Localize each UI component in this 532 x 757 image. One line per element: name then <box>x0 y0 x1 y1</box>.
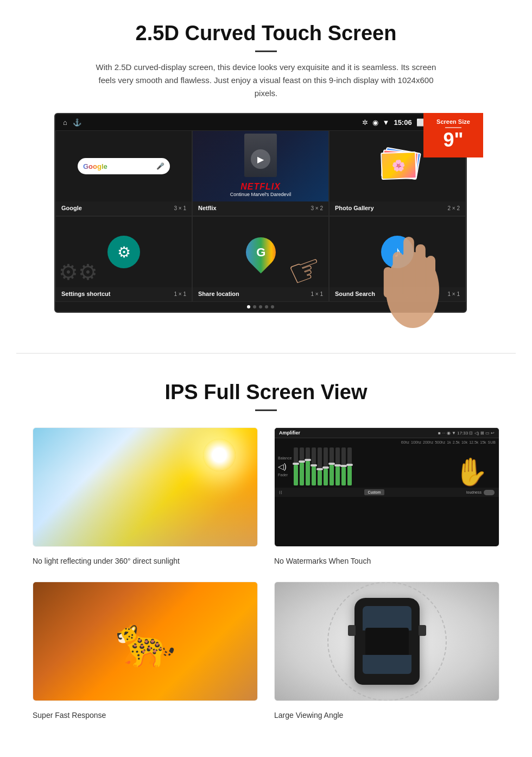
photo-card-3: 🌸 <box>381 152 417 180</box>
eq-bar-1 <box>294 447 298 485</box>
settings-label-row: Settings shortcut 1 × 1 <box>56 287 192 301</box>
freq-label-8: 12.5k <box>469 440 478 444</box>
svg-rect-4 <box>426 256 435 298</box>
dot-3 <box>259 305 262 308</box>
features-grid: No light reflecting under 360° direct su… <box>33 427 499 720</box>
feature-sunlight: No light reflecting under 360° direct su… <box>33 427 258 565</box>
eq-fill-5 <box>318 470 322 485</box>
eq-handle-4 <box>311 464 317 466</box>
freq-label-4: 500hz <box>435 440 445 444</box>
amp-eq-area: Balance ◁) Fader <box>275 445 499 488</box>
img-amplifier: Amplifier ■ ··· ◉ ▼ 17:33 ⊡ ◁) ⊠ ▭ ↩ 60h… <box>275 428 499 546</box>
sunlight-image <box>33 427 258 547</box>
eq-bar-9 <box>341 447 346 485</box>
netflix-cell-image: ▶ NETFLIX Continue Marvel's Daredevil <box>193 131 328 201</box>
location-label-row: Share location 1 × 1 <box>193 287 328 301</box>
car-mirror-right <box>419 625 426 636</box>
settings-icon-large: ⚙ <box>107 236 140 268</box>
car-rear-window <box>363 655 411 674</box>
eq-fill-1 <box>294 465 298 486</box>
amplifier-image: Amplifier ■ ··· ◉ ▼ 17:33 ⊡ ◁) ⊠ ▭ ↩ 60h… <box>274 427 499 547</box>
badge-size: 9" <box>443 129 463 151</box>
eq-handle-2 <box>299 460 305 463</box>
img-sunlight <box>33 428 257 546</box>
freq-label-7: 10k <box>461 440 467 444</box>
amp-status-icons: ■ ··· ◉ ▼ 17:33 ⊡ ◁) ⊠ ▭ ↩ <box>438 431 495 436</box>
balance-label: Balance <box>278 456 292 460</box>
loudness-label: loudness <box>466 490 482 494</box>
amp-loudness: loudness <box>466 490 495 495</box>
balance-icon: ◁) <box>278 462 292 471</box>
sound-app-name: Sound Search <box>335 291 375 297</box>
eq-bar-7 <box>330 447 334 485</box>
eq-fill-7 <box>330 465 334 486</box>
eq-fill-9 <box>341 467 346 485</box>
eq-fill-2 <box>300 463 304 485</box>
hand-finger-icon: ☞ <box>282 244 328 287</box>
share-cell-image: G ☞ <box>193 217 328 287</box>
netflix-app-name: Netflix <box>198 205 217 211</box>
amp-status: ■ ··· ◉ ▼ 17:33 ⊡ ◁) ⊠ ▭ ↩ <box>438 431 495 436</box>
car-mirror-left <box>348 625 356 636</box>
google-app-size: 3 × 1 <box>174 205 186 211</box>
curved-screen-description: With 2.5D curved-display screen, this de… <box>92 61 440 100</box>
settings-app-size: 1 × 1 <box>174 291 186 297</box>
google-search-bar[interactable]: Google 🎤 <box>78 158 170 174</box>
eq-bar-3 <box>306 447 310 485</box>
location-app-size: 1 × 1 <box>311 291 323 297</box>
hand-wrapper <box>375 191 451 345</box>
flower-icon: 🌸 <box>392 159 406 173</box>
google-cell-image: Google 🎤 <box>56 131 192 201</box>
maps-g-letter: G <box>256 245 265 259</box>
section-curved-touchscreen: 2.5D Curved Touch Screen With 2.5D curve… <box>0 0 532 331</box>
settings-app-name: Settings shortcut <box>61 291 110 297</box>
freq-label-3: 200hz <box>423 440 433 444</box>
eq-handle-1 <box>293 463 299 465</box>
feature-amplifier: Amplifier ■ ··· ◉ ▼ 17:33 ⊡ ◁) ⊠ ▭ ↩ 60h… <box>274 427 499 565</box>
amp-title: Amplifier <box>279 430 300 436</box>
freq-label-2: 100hz <box>411 440 421 444</box>
car-roof <box>365 628 409 658</box>
img-cheetah: 🐆 <box>33 582 257 701</box>
play-button[interactable]: ▶ <box>251 149 270 169</box>
app-cell-settings[interactable]: ⚙ ⚙⚙ Settings shortcut 1 × 1 <box>55 216 192 302</box>
home-icon: ⌂ <box>63 118 67 127</box>
amp-custom-btn[interactable]: Custom <box>364 489 384 495</box>
eq-bar-6 <box>324 447 328 485</box>
dot-4 <box>265 305 268 308</box>
loudness-toggle[interactable] <box>484 490 495 495</box>
dot-1 <box>247 305 250 308</box>
ips-title: IPS Full Screen View <box>33 381 499 404</box>
bluetooth-icon: ✲ <box>362 118 368 127</box>
badge-label: Screen Size <box>428 118 479 125</box>
freq-label-5: 1k <box>447 440 451 444</box>
device-wrapper: Screen Size 9" ⌂ ⚓ ✲ ◉ ▼ 15:06 ⬜ ◁) ⊠ <box>54 113 478 313</box>
section-divider-rule <box>16 353 516 354</box>
sunlight-caption: No light reflecting under 360° direct su… <box>33 557 258 565</box>
eq-handle-5 <box>316 468 323 470</box>
img-car <box>275 582 499 701</box>
amplifier-caption: No Watermarks When Touch <box>274 557 499 565</box>
google-logo: Google <box>83 162 107 171</box>
freq-label-6: 2.5k <box>453 440 460 444</box>
status-time: 15:06 <box>394 118 411 127</box>
feature-cheetah: 🐆 Super Fast Response <box>33 582 258 720</box>
app-cell-google[interactable]: Google 🎤 Google 3 × 1 <box>55 130 192 216</box>
dot-5 <box>271 305 274 308</box>
eq-fill-8 <box>335 466 340 485</box>
car-image <box>274 582 499 701</box>
status-bar: ⌂ ⚓ ✲ ◉ ▼ 15:06 ⬜ ◁) ⊠ ▭ <box>55 114 466 130</box>
location-app-name: Share location <box>198 291 239 297</box>
amp-header: Amplifier ■ ··· ◉ ▼ 17:33 ⊡ ◁) ⊠ ▭ ↩ <box>275 428 499 438</box>
netflix-subtitle: Continue Marvel's Daredevil <box>197 192 324 197</box>
eq-fill-10 <box>347 466 352 485</box>
amp-footer: ⟨⟨ Custom loudness <box>275 488 499 497</box>
svg-rect-1 <box>403 237 414 298</box>
title-divider <box>255 51 277 52</box>
app-cell-netflix[interactable]: ▶ NETFLIX Continue Marvel's Daredevil Ne… <box>192 130 329 216</box>
freq-label-9: 15k <box>480 440 486 444</box>
badge-divider <box>445 127 461 128</box>
cheetah-icon: 🐆 <box>115 613 176 670</box>
location-icon: ◉ <box>372 118 378 127</box>
app-cell-location[interactable]: G ☞ Share location 1 × 1 <box>192 216 329 302</box>
